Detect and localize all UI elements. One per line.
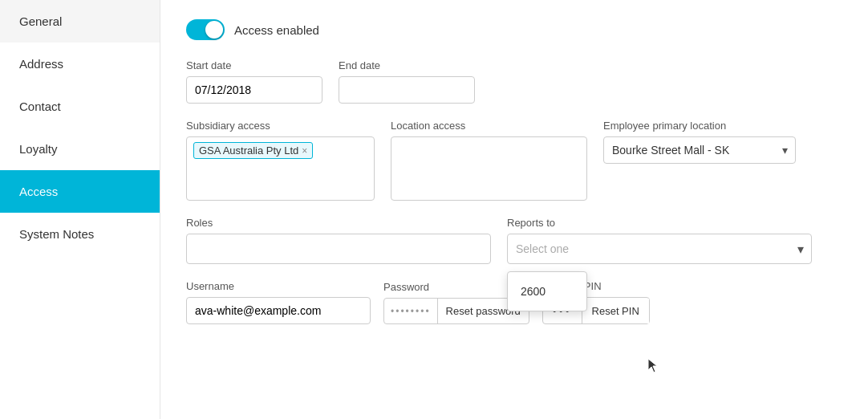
username-label: Username	[186, 280, 371, 292]
reports-to-label: Reports to	[507, 217, 812, 229]
reports-to-option-2600[interactable]: 2600	[508, 279, 586, 304]
subsidiary-access-group: Subsidiary access GSA Australia Pty Ltd …	[186, 120, 375, 201]
subsidiary-tag-remove[interactable]: ×	[302, 145, 307, 157]
start-date-input-wrap[interactable]: ✕	[186, 76, 322, 104]
access-location-row: Subsidiary access GSA Australia Pty Ltd …	[186, 120, 842, 201]
reports-to-group: Reports to Select one 2600 ▾ 2600	[507, 217, 812, 264]
sidebar-item-address[interactable]: Address	[0, 43, 160, 85]
reports-to-select[interactable]: Select one 2600	[507, 234, 812, 264]
date-row: Start date ✕ End date	[186, 59, 842, 104]
access-toggle-label: Access enabled	[234, 23, 319, 37]
sidebar-item-loyalty[interactable]: Loyalty	[0, 128, 160, 170]
start-date-input[interactable]	[187, 77, 343, 103]
sidebar-item-general[interactable]: General	[0, 0, 160, 43]
subsidiary-access-label: Subsidiary access	[186, 120, 375, 132]
access-toggle[interactable]	[186, 19, 225, 40]
subsidiary-tag: GSA Australia Pty Ltd ×	[193, 142, 313, 159]
end-date-input[interactable]	[339, 77, 474, 103]
end-date-label: End date	[339, 59, 475, 71]
access-enabled-row: Access enabled	[186, 19, 842, 40]
password-dots: ••••••••	[384, 299, 437, 323]
employee-primary-location-select-wrap: Bourke Street Mall - SK ▾	[603, 136, 796, 164]
start-date-group: Start date ✕	[186, 59, 322, 104]
sidebar-item-contact[interactable]: Contact	[0, 85, 160, 128]
end-date-group: End date	[339, 59, 475, 104]
end-date-input-wrap[interactable]	[339, 76, 475, 104]
subsidiary-tag-text: GSA Australia Pty Ltd	[199, 144, 298, 157]
sidebar-item-access[interactable]: Access	[0, 170, 160, 213]
reports-to-wrap: Select one 2600 ▾	[507, 234, 812, 264]
employee-primary-location-group: Employee primary location Bourke Street …	[603, 120, 796, 164]
location-access-group: Location access	[391, 120, 587, 201]
employee-primary-location-label: Employee primary location	[603, 120, 796, 132]
location-access-input[interactable]	[391, 136, 587, 201]
cursor-indicator	[647, 357, 659, 377]
reset-pin-button[interactable]: Reset PIN	[582, 299, 649, 323]
start-date-label: Start date	[186, 59, 322, 71]
sidebar: General Address Contact Loyalty Access S…	[0, 0, 160, 419]
location-access-label: Location access	[391, 120, 587, 132]
roles-label: Roles	[186, 217, 491, 229]
roles-input[interactable]	[186, 234, 491, 264]
username-input[interactable]	[186, 297, 371, 324]
employee-primary-location-select[interactable]: Bourke Street Mall - SK	[603, 136, 796, 164]
roles-group: Roles	[186, 217, 491, 264]
subsidiary-access-input[interactable]: GSA Australia Pty Ltd ×	[186, 136, 375, 201]
username-group: Username	[186, 280, 371, 324]
reports-to-dropdown-popup: 2600	[507, 271, 587, 311]
main-content: Access enabled Start date ✕ End date Sub…	[160, 0, 868, 419]
roles-reports-row: Roles Reports to Select one 2600 ▾ 2600	[186, 217, 842, 264]
sidebar-item-system-notes[interactable]: System Notes	[0, 213, 160, 255]
